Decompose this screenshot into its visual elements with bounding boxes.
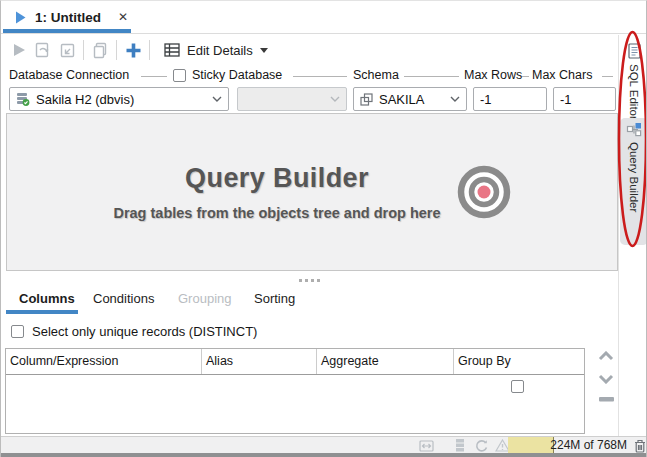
chevron-down-icon <box>330 96 340 102</box>
query-builder-tab-label: Query Builder <box>628 142 640 212</box>
chevron-up-icon <box>598 351 614 361</box>
columns-grid-header: Column/Expression Alias Aggregate Group … <box>6 349 584 375</box>
tab-sql-editor[interactable]: SQL Editor <box>620 39 647 127</box>
toolbar-separator <box>83 40 84 60</box>
memory-monitor[interactable]: 224M of 768M <box>508 437 629 453</box>
status-bar: 224M of 768M <box>1 436 646 453</box>
garbage-collect-button[interactable] <box>632 438 647 453</box>
header-alias[interactable]: Alias <box>202 349 317 374</box>
columns-grid: Column/Expression Alias Aggregate Group … <box>5 348 585 434</box>
max-rows-input[interactable] <box>480 92 540 107</box>
builder-tab-bar: Columns Conditions Grouping Sorting <box>1 288 616 314</box>
columns-icon <box>455 439 465 452</box>
tab-title: 1: Untitled <box>35 10 101 25</box>
divider-line <box>602 76 613 77</box>
edit-details-button[interactable]: Edit Details <box>156 40 276 61</box>
drop-area-title: Query Builder <box>113 163 440 194</box>
toolbar-separator <box>149 40 150 60</box>
database-select-disabled[interactable] <box>237 87 347 111</box>
active-tab-underline <box>3 29 131 33</box>
max-chars-field-wrap <box>553 87 616 111</box>
column-layout-button[interactable] <box>452 438 467 453</box>
page-arrow-icon <box>59 42 76 59</box>
tab-columns[interactable]: Columns <box>19 291 75 306</box>
reload-script-icon <box>35 42 52 59</box>
chevron-down-icon <box>260 48 268 53</box>
header-aggregate[interactable]: Aggregate <box>317 349 454 374</box>
schema-label: Schema <box>353 68 399 82</box>
tab-play-icon <box>15 11 26 24</box>
memory-label: 224M of 768M <box>550 438 627 452</box>
splitter-handle[interactable] <box>299 279 320 282</box>
minus-icon <box>599 397 614 402</box>
max-rows-field-wrap <box>473 87 547 111</box>
schema-icon <box>360 93 373 106</box>
copy-icon <box>92 42 108 59</box>
remove-row-button[interactable] <box>595 397 617 402</box>
fit-width-icon <box>419 440 434 452</box>
divider-line <box>522 76 529 77</box>
schema-value: SAKILA <box>379 92 450 107</box>
sql-editor-tab-label: SQL Editor <box>628 64 640 120</box>
move-down-button[interactable] <box>595 374 617 384</box>
header-group-by[interactable]: Group By <box>454 349 584 374</box>
memory-usage-fill <box>508 437 554 453</box>
max-chars-input[interactable] <box>560 92 609 107</box>
database-connection-icon <box>16 92 30 106</box>
connection-controls-row: Sakila H2 (dbvis) SAKILA <box>1 87 646 111</box>
chevron-down-icon <box>212 96 222 102</box>
plus-icon <box>125 42 142 59</box>
header-column-expression[interactable]: Column/Expression <box>6 349 202 374</box>
chevron-down-icon <box>598 374 614 384</box>
drop-area-text: Query Builder Drag tables from the objec… <box>113 163 440 221</box>
window-bottom-edge <box>1 453 646 457</box>
target-icon <box>457 165 511 219</box>
sql-editor-icon <box>627 43 642 59</box>
max-chars-label: Max Chars <box>532 68 592 82</box>
distinct-label: Select only unique records (DISTINCT) <box>32 324 257 339</box>
reload-script-button[interactable] <box>31 38 55 62</box>
play-icon <box>13 43 26 57</box>
chevron-down-icon <box>450 96 460 102</box>
editor-mode-tab-strip: SQL Editor Query Builder <box>618 35 647 436</box>
add-button[interactable] <box>121 38 145 62</box>
sticky-database-label: Sticky Database <box>192 68 282 82</box>
execute-button[interactable] <box>7 38 31 62</box>
row-controls <box>595 351 617 415</box>
group-by-checkbox[interactable] <box>511 380 524 393</box>
insert-template-button[interactable] <box>55 38 79 62</box>
copy-button[interactable] <box>88 38 112 62</box>
divider-line <box>404 76 459 77</box>
database-connection-select[interactable]: Sakila H2 (dbvis) <box>9 87 229 111</box>
divider-line <box>141 76 167 77</box>
move-up-button[interactable] <box>595 351 617 361</box>
database-connection-label: Database Connection <box>9 68 129 82</box>
columns-grid-body <box>6 375 584 433</box>
document-tab-bar: 1: Untitled ✕ <box>1 1 646 34</box>
active-builder-tab-underline <box>6 310 78 314</box>
drop-area-subtitle: Drag tables from the objects tree and dr… <box>113 205 440 221</box>
query-builder-drop-area[interactable]: Query Builder Drag tables from the objec… <box>6 113 618 271</box>
query-builder-window: 1: Untitled ✕ <box>0 0 647 457</box>
tab-query-builder[interactable]: Query Builder <box>620 118 647 245</box>
toolbar-separator <box>116 40 117 60</box>
main-toolbar: Edit Details <box>1 35 616 65</box>
refresh-icon <box>475 439 489 453</box>
tab-conditions[interactable]: Conditions <box>93 291 154 306</box>
fit-width-button[interactable] <box>419 438 434 453</box>
edit-details-label: Edit Details <box>187 43 253 58</box>
tab-untitled[interactable]: 1: Untitled ✕ <box>3 3 140 31</box>
database-connection-value: Sakila H2 (dbvis) <box>36 92 212 107</box>
edit-details-icon <box>164 43 180 57</box>
schema-select[interactable]: SAKILA <box>353 87 467 111</box>
distinct-checkbox[interactable] <box>11 325 24 338</box>
trash-icon <box>634 439 646 453</box>
refresh-button[interactable] <box>474 438 489 453</box>
sticky-database-checkbox[interactable] <box>173 69 186 82</box>
connection-labels-row: Database Connection Sticky Database Sche… <box>1 67 646 85</box>
tab-sorting[interactable]: Sorting <box>254 291 295 306</box>
query-builder-icon <box>626 122 642 137</box>
close-icon[interactable]: ✕ <box>118 10 128 24</box>
max-rows-label: Max Rows <box>464 68 522 82</box>
divider-line <box>293 76 347 77</box>
